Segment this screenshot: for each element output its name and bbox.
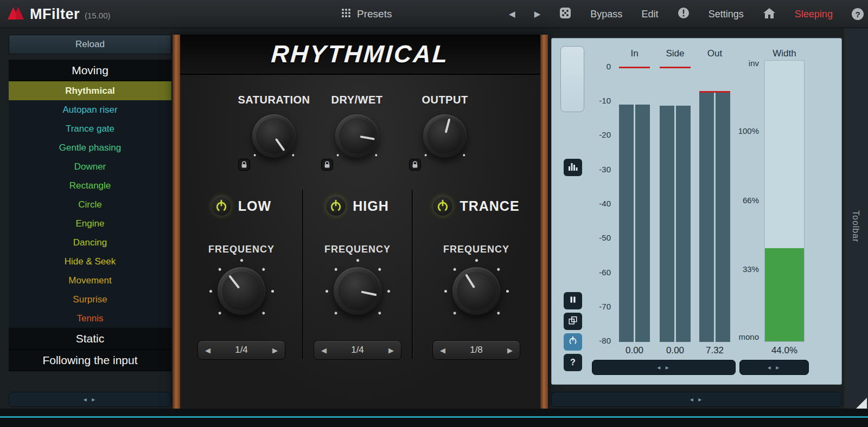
app-version: (15.00) [85,11,111,20]
knob-pointer [208,257,275,325]
random-preset-dice-icon[interactable] [559,7,571,21]
scale-30: -30 [584,165,611,174]
preset-item[interactable]: Hide & Seek [9,252,171,271]
next-preset-button[interactable]: ▶ [534,9,541,19]
preset-item-rhythmical[interactable]: Rhythmical [9,81,171,100]
melda-logo-icon [7,5,25,23]
high-section-label: HIGH [353,198,389,214]
edit-button[interactable]: Edit [641,9,658,20]
presets-button[interactable]: Presets [341,0,392,28]
scale-40: -40 [584,199,611,208]
bottom-edge [0,409,868,427]
scale-60: -60 [584,268,611,277]
scale-0: 0 [584,62,611,71]
low-frequency-label: FREQUENCY [180,244,303,255]
preset-item[interactable]: Dancing [9,233,171,252]
meter-column-out: Out [699,48,730,59]
preset-item[interactable]: Downer [9,157,171,176]
trance-rate-stepper: ◀ 1/8 ▶ [432,340,520,360]
help-icon[interactable]: ? [852,8,864,20]
reload-button[interactable]: Reload [9,35,171,54]
scale-80: -80 [584,336,611,345]
meter-bar-side-left [660,106,674,342]
panel-bottom-scrollbar[interactable]: ◂ ▸ [551,392,842,407]
meter-help-button[interactable]: ? [564,354,582,371]
preset-sidebar: Reload Moving Rhythmical Autopan riser T… [9,35,171,371]
preset-item[interactable]: Circle [9,195,171,214]
high-rate-value[interactable]: 1/4 [334,345,381,355]
bottom-accent-line [0,416,868,418]
width-tick-mono: mono [738,332,759,341]
meter-power-button[interactable] [564,333,582,351]
prev-preset-button[interactable]: ◀ [509,9,515,19]
meter-bar-in-right [635,105,650,342]
width-tick-66: 66% [743,196,759,205]
pause-button[interactable] [564,292,582,309]
app-title: MFilter [30,6,80,23]
high-rate-prev-button[interactable]: ◀ [314,346,334,354]
high-section: HIGH FREQUENCY ◀ 1/4 ▶ [303,75,412,409]
low-rate-prev-button[interactable]: ◀ [198,346,218,354]
preset-item[interactable]: Trance gate [9,119,171,138]
low-rate-stepper: ◀ 1/4 ▶ [197,340,285,360]
category-following-the-input[interactable]: Following the input [9,350,171,371]
meter-range-slider[interactable] [560,46,584,112]
home-icon[interactable] [763,7,776,21]
pause-icon [569,296,577,306]
preset-item[interactable]: Surprise [9,290,171,309]
knob-pointer [329,263,386,319]
trance-rate-prev-button[interactable]: ◀ [433,346,452,354]
preset-item[interactable]: Movement [9,271,171,290]
bypass-button[interactable]: Bypass [590,9,622,20]
high-frequency-knob-area [322,256,393,326]
meter-value-out: 7.32 [699,345,730,356]
preset-item[interactable]: Autopan riser [9,100,171,119]
warning-icon[interactable] [678,7,690,21]
high-frequency-knob[interactable] [334,267,381,315]
trance-frequency-knob[interactable] [452,267,500,315]
grid-icon [341,8,352,21]
meter-bar-side-right [676,106,691,342]
analyzer-button[interactable] [564,159,582,176]
sleeping-indicator[interactable]: Sleeping [795,9,833,20]
preset-item[interactable]: Rectangle [9,176,171,195]
device-title-bar: RHYTHMICAL [180,35,540,75]
device-panel: RHYTHMICAL SATURATION DRY/WET [173,35,548,409]
category-moving[interactable]: Moving [9,60,171,81]
low-section-label: LOW [238,198,271,214]
sidebar-scrollbar[interactable]: ◂ ▸ [9,392,171,407]
top-bar: MFilter (15.00) Presets ◀ ▶ Bypass Edit … [0,0,868,28]
meter-value-side: 0.00 [660,345,691,356]
peak-line-in [619,67,650,68]
width-meter-value: 44.0% [764,345,805,356]
popout-window-button[interactable] [564,313,582,330]
low-rate-next-button[interactable]: ▶ [265,346,285,354]
power-icon [568,336,578,348]
meter-bar-out-left [699,92,714,342]
scale-10: -10 [584,96,611,105]
scale-50: -50 [584,233,611,242]
meter-hscrollbar[interactable]: ◂ ▸ [592,360,736,375]
preset-item[interactable]: Engine [9,214,171,233]
trance-rate-next-button[interactable]: ▶ [500,346,520,354]
low-power-button[interactable] [212,196,231,216]
preset-item[interactable]: Gentle phasing [9,138,171,157]
toolbar-strip[interactable]: Toolbar [844,28,868,409]
low-frequency-knob[interactable] [218,267,265,315]
preset-item[interactable]: Tennis [9,309,171,328]
settings-button[interactable]: Settings [709,9,744,20]
meter-column-side: Side [660,48,691,59]
low-frequency-knob-area [206,256,277,326]
high-rate-next-button[interactable]: ▶ [381,346,401,354]
trance-power-button[interactable] [433,196,452,216]
meter-value-in: 0.00 [619,345,650,356]
trance-rate-value[interactable]: 1/8 [452,345,500,355]
width-hscrollbar[interactable]: ◂ ▸ [739,360,809,375]
trance-frequency-label: FREQUENCY [412,244,540,255]
trance-section: TRANCE FREQUENCY ◀ 1/8 ▶ [412,75,540,409]
meter-panel: ? In Side Out Width 0 -10 -20 -30 -40 -5… [551,38,842,385]
width-tick-33: 33% [743,264,759,274]
high-power-button[interactable] [326,196,346,216]
category-static[interactable]: Static [9,328,171,350]
low-rate-value[interactable]: 1/4 [218,345,265,355]
